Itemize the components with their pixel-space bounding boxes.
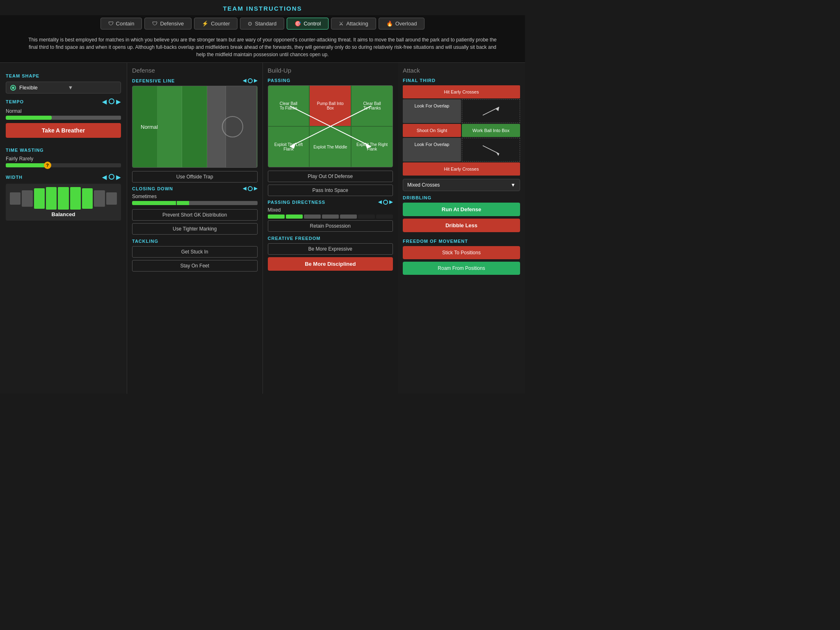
tab-standard[interactable]: ⊙ Standard xyxy=(240,18,284,30)
buildup-panel: Build-Up PASSING Clear BallTo Flanks Pum… xyxy=(263,63,398,394)
play-out-of-defense-button[interactable]: Play Out Of Defense xyxy=(268,171,393,182)
control-icon: 🎯 xyxy=(294,21,301,27)
final-third-label: FINAL THIRD xyxy=(403,78,520,83)
tempo-value: Normal xyxy=(6,108,121,114)
closing-down-label: CLOSING DOWN ◀ ▶ xyxy=(132,186,258,191)
hit-early-crosses-top-button[interactable]: Hit Early Crosses xyxy=(403,85,520,98)
get-stuck-in-button[interactable]: Get Stuck In xyxy=(132,246,258,258)
run-at-defense-button[interactable]: Run At Defense xyxy=(403,203,520,216)
creative-freedom-label: CREATIVE FREEDOM xyxy=(268,236,393,241)
question-mark-icon: ? xyxy=(44,162,51,169)
tab-contain[interactable]: 🛡 Contain xyxy=(100,18,142,30)
defensive-line-value: Normal xyxy=(141,124,158,130)
stay-on-feet-button[interactable]: Stay On Feet xyxy=(132,260,258,272)
buildup-title: Build-Up xyxy=(268,67,393,74)
width-value: Balanced xyxy=(52,211,75,217)
tempo-controls: ◀ ▶ xyxy=(102,98,121,105)
passing-directness-slider[interactable] xyxy=(268,215,393,219)
defensive-line-visual: Normal xyxy=(132,86,258,168)
tempo-circle-icon xyxy=(109,98,114,104)
team-shape-dropdown[interactable]: Flexible ▼ xyxy=(6,82,121,94)
attacking-icon: ⚔ xyxy=(339,21,344,27)
def-line-left-icon: ◀ xyxy=(243,78,247,83)
width-circle-icon xyxy=(109,174,114,180)
pass-cell-exploit-left[interactable]: Exploit The Left Flank xyxy=(268,127,309,167)
svg-line-5 xyxy=(483,107,499,115)
page-title: TEAM INSTRUCTIONS xyxy=(0,0,525,15)
team-shape-label: TEAM SHAPE xyxy=(6,73,121,78)
tempo-label: TEMPO xyxy=(6,99,24,104)
tabs-bar: 🛡 Contain 🛡 Defensive ⚡ Counter ⊙ Standa… xyxy=(0,15,525,32)
take-breather-button[interactable]: Take A Breather xyxy=(6,123,121,138)
mixed-crosses-value: Mixed Crosses xyxy=(407,182,440,188)
tab-counter[interactable]: ⚡ Counter xyxy=(194,18,237,30)
passing-label: PASSING xyxy=(268,78,393,83)
pass-cell-clear-left[interactable]: Clear BallTo Flanks xyxy=(268,86,309,126)
left-panel: TEAM SHAPE Flexible ▼ TEMPO ◀ ▶ Normal T… xyxy=(0,63,127,394)
pd-right-icon: ▶ xyxy=(389,199,393,205)
time-wasting-slider[interactable]: ? xyxy=(6,163,121,167)
defense-panel: Defense DEFENSIVE LINE ◀ ▶ Normal xyxy=(127,63,263,394)
mentality-description: This mentality is best employed for matc… xyxy=(0,32,525,63)
tab-overload[interactable]: 🔥 Overload xyxy=(379,18,425,30)
closing-down-slider[interactable] xyxy=(132,201,258,205)
time-wasting-label: TIME WASTING xyxy=(6,148,121,153)
tempo-right-icon: ▶ xyxy=(116,98,121,105)
stick-to-positions-button[interactable]: Stick To Positions xyxy=(403,246,520,259)
dribble-less-button[interactable]: Dribble Less xyxy=(403,219,520,232)
hit-early-crosses-bottom-button[interactable]: Hit Early Crosses xyxy=(403,162,520,176)
attack-title: Attack xyxy=(403,67,520,74)
time-wasting-value: Fairly Rarely xyxy=(6,156,121,162)
width-left-icon: ◀ xyxy=(102,174,107,180)
roam-from-positions-button[interactable]: Roam From Positions xyxy=(403,262,520,275)
defense-title: Defense xyxy=(132,67,258,74)
closing-down-value: Sometimes xyxy=(132,194,258,199)
look-for-overlap-bottom-button[interactable]: Look For Overlap xyxy=(403,138,461,162)
work-ball-into-box-button[interactable]: Work Ball Into Box xyxy=(462,124,520,137)
mixed-crosses-chevron: ▼ xyxy=(511,182,516,188)
contain-icon: 🛡 xyxy=(108,21,114,27)
radio-dot xyxy=(10,85,16,91)
chevron-down-icon: ▼ xyxy=(68,84,117,91)
width-bar-9 xyxy=(106,192,117,205)
pass-cell-exploit-middle[interactable]: Exploit The Middle xyxy=(310,127,351,167)
look-for-overlap-top-button[interactable]: Look For Overlap xyxy=(403,99,461,123)
pass-cell-clear-right[interactable]: Clear BallTo Flanks xyxy=(352,86,393,126)
passing-directness-value: Mixed xyxy=(268,207,393,213)
pass-into-space-button[interactable]: Pass Into Space xyxy=(268,185,393,196)
prevent-short-gk-button[interactable]: Prevent Short GK Distribution xyxy=(132,209,258,221)
shoot-on-sight-button[interactable]: Shoot On Sight xyxy=(403,124,461,137)
counter-icon: ⚡ xyxy=(202,21,208,27)
width-bar-7 xyxy=(82,188,93,209)
width-bar-6 xyxy=(70,187,81,210)
overload-icon: 🔥 xyxy=(386,21,393,27)
field-circle xyxy=(220,114,245,139)
attack-panel: Attack FINAL THIRD Hit Early Crosses Loo… xyxy=(398,63,525,394)
use-tighter-marking-button[interactable]: Use Tighter Marking xyxy=(132,223,258,235)
tab-attacking[interactable]: ⚔ Attacking xyxy=(331,18,376,30)
overlap-arrow-area-2 xyxy=(462,138,520,162)
defensive-line-label: DEFENSIVE LINE ◀ ▶ xyxy=(132,78,258,83)
retain-possession-button[interactable]: Retain Possession xyxy=(268,220,393,232)
width-bar-3 xyxy=(34,188,45,209)
mixed-crosses-dropdown[interactable]: Mixed Crosses ▼ xyxy=(403,179,520,191)
be-more-disciplined-button[interactable]: Be More Disciplined xyxy=(268,257,393,271)
overlap-arrow-area xyxy=(462,99,520,123)
tab-defensive[interactable]: 🛡 Defensive xyxy=(144,18,192,30)
def-line-right-icon: ▶ xyxy=(254,78,258,83)
overlap-arrow xyxy=(479,103,503,119)
closing-left-icon: ◀ xyxy=(243,186,247,191)
tempo-slider[interactable] xyxy=(6,116,121,120)
passing-visual: Clear BallTo Flanks Pump Ball IntoBox Cl… xyxy=(268,85,393,167)
use-offside-trap-button[interactable]: Use Offside Trap xyxy=(132,171,258,183)
tab-control[interactable]: 🎯 Control xyxy=(287,18,329,30)
be-more-expressive-button[interactable]: Be More Expressive xyxy=(268,243,393,255)
overlap-arrow-2 xyxy=(479,142,503,158)
closing-right-icon: ▶ xyxy=(254,186,258,191)
pass-cell-exploit-right[interactable]: Exploit The Right Flank xyxy=(352,127,393,167)
def-line-circle-icon xyxy=(248,78,253,83)
width-bar-4 xyxy=(46,187,57,210)
pass-cell-pump[interactable]: Pump Ball IntoBox xyxy=(310,86,351,126)
dribbling-label: DRIBBLING xyxy=(403,195,520,200)
svg-marker-8 xyxy=(496,152,499,156)
